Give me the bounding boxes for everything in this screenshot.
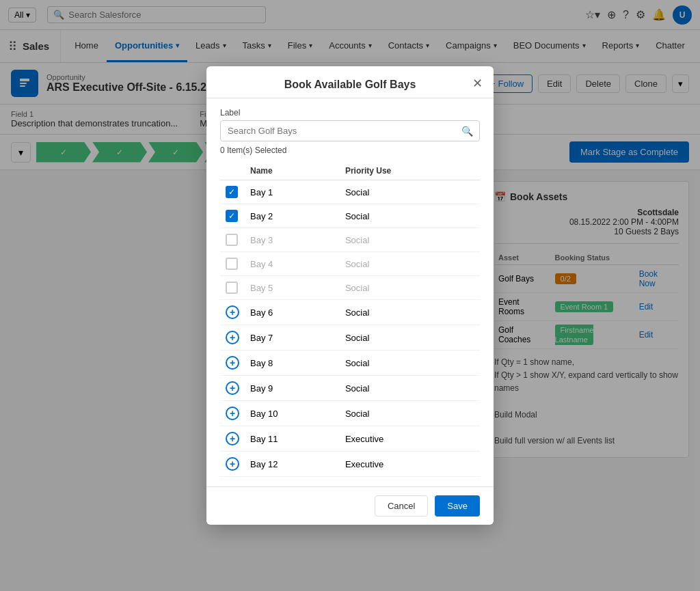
row-priority: Social [340,204,480,228]
row-name: Bay 7 [245,325,340,351]
row-checkbox[interactable] [220,252,245,276]
checkbox-empty[interactable] [226,281,238,294]
add-row-button[interactable]: + [226,356,239,370]
modal-header: Book Available Golf Bays ✕ [206,66,494,98]
add-row-button[interactable]: + [226,432,239,445]
row-name: Bay 9 [245,376,340,401]
row-name: Bay 3 [245,228,340,252]
table-row: Bay 4 Social [220,252,480,276]
table-row: + Bay 9 Social [220,376,480,401]
search-icon: 🔍 [461,126,473,137]
row-priority: Social [340,180,480,204]
row-checkbox[interactable]: + [220,300,245,325]
row-checkbox[interactable]: ✓ [220,204,245,228]
col-checkbox [220,162,245,180]
row-priority: Social [340,376,480,401]
row-checkbox[interactable]: + [220,452,245,477]
cancel-button[interactable]: Cancel [375,495,428,517]
col-priority: Priority Use [340,162,480,180]
table-row: + Bay 11 Executive [220,426,480,452]
table-row: Bay 3 Social [220,228,480,252]
modal: Book Available Golf Bays ✕ Label 🔍 0 Ite… [206,66,494,525]
checkbox-empty[interactable] [226,234,238,246]
row-checkbox[interactable] [220,228,245,252]
modal-title: Book Available Golf Bays [220,79,480,91]
row-priority: Social [340,228,480,252]
row-name: Bay 2 [245,204,340,228]
add-row-button[interactable]: + [226,381,239,395]
table-row: + Bay 7 Social [220,325,480,351]
add-row-button[interactable]: + [226,457,239,471]
add-row-button[interactable]: + [226,305,239,319]
table-row: + Bay 8 Social [220,351,480,376]
checkbox-empty[interactable] [226,258,238,270]
row-checkbox[interactable]: + [220,325,245,351]
row-priority: Social [340,276,480,300]
table-row: ✓ Bay 2 Social [220,204,480,228]
col-name: Name [245,162,340,180]
table-row: + Bay 12 Executive [220,452,480,477]
modal-close-button[interactable]: ✕ [472,76,483,91]
modal-overlay: Book Available Golf Bays ✕ Label 🔍 0 Ite… [0,0,700,591]
row-name: Bay 12 [245,452,340,477]
row-priority: Social [340,351,480,376]
row-priority: Social [340,300,480,325]
row-name: Bay 4 [245,252,340,276]
save-button[interactable]: Save [435,495,480,517]
table-row: Bay 5 Social [220,276,480,300]
golf-bay-search-input[interactable] [220,120,480,141]
table-row: + Bay 6 Social [220,300,480,325]
row-priority: Executive [340,426,480,452]
row-priority: Social [340,325,480,351]
row-priority: Executive [340,452,480,477]
add-row-button[interactable]: + [226,331,239,344]
row-priority: Social [340,252,480,276]
row-checkbox[interactable]: + [220,426,245,452]
checkbox-checked[interactable]: ✓ [226,210,238,222]
modal-search-wrap: 🔍 [220,120,480,141]
row-name: Bay 10 [245,401,340,426]
row-priority: Social [340,401,480,426]
row-name: Bay 1 [245,180,340,204]
modal-bays-table: Name Priority Use ✓ Bay 1 Social ✓ Bay 2… [220,162,480,477]
row-checkbox[interactable]: + [220,351,245,376]
row-checkbox[interactable] [220,276,245,300]
add-row-button[interactable]: + [226,407,239,420]
row-name: Bay 11 [245,426,340,452]
modal-label: Label [220,108,480,118]
row-name: Bay 6 [245,300,340,325]
modal-rows-body: ✓ Bay 1 Social ✓ Bay 2 Social Bay 3 Soci… [220,180,480,477]
row-checkbox[interactable]: + [220,376,245,401]
table-row: ✓ Bay 1 Social [220,180,480,204]
modal-footer: Cancel Save [206,486,494,525]
checkbox-checked[interactable]: ✓ [226,186,238,198]
row-name: Bay 5 [245,276,340,300]
row-checkbox[interactable]: + [220,401,245,426]
row-checkbox[interactable]: ✓ [220,180,245,204]
selected-count: 0 Item(s) Selected [220,146,480,155]
table-row: + Bay 10 Social [220,401,480,426]
modal-body: Label 🔍 0 Item(s) Selected Name Priority… [206,98,494,486]
row-name: Bay 8 [245,351,340,376]
